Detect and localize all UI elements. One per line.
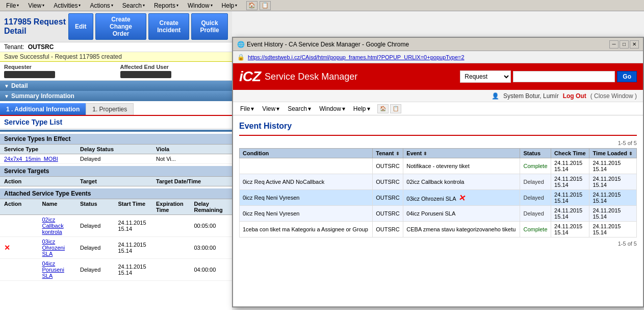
col-service-type: Service Type (2, 146, 78, 153)
requester-label: Requester (4, 64, 112, 70)
summary-label: Summary Information (11, 92, 74, 100)
eh-r4-status: Delayed (520, 206, 551, 222)
popup-content: Event History 1-5 of 5 Condition Tenant … (233, 115, 643, 253)
eh-r2-tenant: OUTSRC (373, 174, 403, 190)
popup-menu-icon-1[interactable]: 🏠 (377, 104, 389, 113)
eh-col-condition: Condition (240, 149, 373, 158)
eh-r5-condition: 1ceba con tiket ma Kategoriu a Assignee … (240, 222, 373, 237)
user-icon: 👤 (492, 92, 499, 100)
popup-menu-search[interactable]: Search ▾ (285, 104, 314, 113)
x-cross-icon: ✕ (458, 193, 466, 203)
popup-menu-help[interactable]: Help ▾ (350, 104, 373, 113)
popup-url[interactable]: https://sdtestweb.i.cz/CAisd/html/popup_… (248, 54, 465, 60)
affected-end-user-value (120, 71, 171, 78)
create-incident-button[interactable]: Create Incident (148, 13, 189, 40)
service-type-value[interactable]: 24x7x4_15min_MOBI (2, 155, 78, 162)
save-bar: Save Successful - Request 117985 created (0, 52, 232, 62)
tab-properties[interactable]: 1. Properties (86, 103, 134, 115)
ae-r3-expiration (154, 269, 192, 270)
brand-service-desk-name: Service Desk Manager (265, 71, 357, 82)
st-col-target-date: Target Date/Time (154, 178, 230, 185)
popup-menu-view[interactable]: View ▾ (259, 104, 282, 113)
popup-titlebar: 🌐 Event History - CA Service Desk Manage… (233, 38, 643, 51)
service-targets-table-header: Action Target Target Date/Time (0, 177, 232, 186)
viola-value: Not Vi... (154, 155, 230, 162)
create-change-order-button[interactable]: Create Change Order (95, 13, 147, 40)
ae-r3-start: 24.11.2015 15.14 (116, 263, 154, 276)
menu-help[interactable]: Help ▾ (218, 1, 242, 10)
pagination-bottom: 1-5 of 5 (239, 241, 637, 247)
event-history-table: Condition Tenant ⬍ Event ⬍ Status Check … (239, 148, 637, 237)
popup-menu-file[interactable]: File ▾ (237, 104, 257, 113)
summary-section-header[interactable]: ▼ Summary Information (0, 91, 232, 101)
menu-icon-1[interactable]: 🏠 (246, 1, 257, 10)
edit-button[interactable]: Edit (68, 13, 93, 40)
brand-icz-logo: iCZ (239, 68, 261, 85)
tab-row: 1 . Additional Information 1. Properties (0, 103, 232, 116)
menu-icon-2[interactable]: 📋 (260, 1, 271, 10)
tab-additional-info[interactable]: 1 . Additional Information (0, 103, 86, 115)
menu-file-arrow: ▾ (17, 3, 19, 8)
ae-col-expiration: Expiration Time (154, 200, 192, 213)
event-sort-icon: ⬍ (423, 151, 427, 156)
brand-search-input[interactable] (513, 71, 615, 82)
eh-r5-tenant: OUTSRC (373, 222, 403, 237)
popup-browser-icon: 🌐 (237, 41, 245, 48)
popup-logout-link[interactable]: Log Out (563, 92, 586, 100)
popup-window-controls: ─ □ ✕ (609, 40, 639, 49)
popup-menu-icon-group: 🏠 📋 (377, 104, 401, 113)
lock-icon: 🔒 (237, 54, 245, 61)
menu-activities-arrow: ▾ (79, 3, 81, 8)
popup-menu-bar: File ▾ View ▾ Search ▾ Window ▾ Help ▾ 🏠… (233, 102, 643, 115)
brand-go-button[interactable]: Go (617, 71, 637, 82)
eh-r2-check-time: 24.11.201515.14 (551, 174, 589, 190)
menu-reports[interactable]: Reports ▾ (150, 1, 183, 10)
eh-row-4: 0icz Req Neni Vyresen OUTSRC 04icz Porus… (240, 206, 637, 222)
popup-brand-bar: iCZ Service Desk Manager Request Go (233, 63, 643, 90)
tenant-bar: Tenant: OUTSRC (0, 42, 232, 52)
eh-r5-event: CEBA zmena stavu kategorizovaneho tiketu (403, 222, 520, 237)
menu-reports-arrow: ▾ (176, 3, 178, 8)
eh-r3-time-loaded: 24.11.201515.14 (589, 190, 637, 206)
eh-r1-status: Complete (520, 158, 551, 174)
quick-profile-button[interactable]: Quick Profile (191, 13, 228, 40)
eh-table-header-row: Condition Tenant ⬍ Event ⬍ Status Check … (240, 149, 637, 158)
popup-close-window-link[interactable]: ( Close Window ) (590, 92, 637, 100)
ae-row-2: ✕ 03icz Ohrozeni SLA Delayed 24.11.2015 … (0, 237, 232, 259)
popup-close-button[interactable]: ✕ (630, 40, 639, 49)
eh-r3-condition: 0icz Req Neni Vyresen (240, 190, 373, 206)
eh-r4-event: 04icz Poruseni SLA (403, 206, 520, 222)
ae-r3-status: Delayed (78, 266, 116, 273)
menu-window[interactable]: Window ▾ (184, 1, 217, 10)
ae-r1-name[interactable]: 02icz Callback kontrola (40, 216, 79, 235)
menu-activities[interactable]: Activities ▾ (49, 1, 85, 10)
ae-col-delay-remaining: Delay Remaining (192, 200, 230, 213)
time-loaded-sort-icon: ⬍ (629, 151, 633, 156)
eh-r4-time-loaded: 24.11.201515.14 (589, 206, 637, 222)
service-type-title: Service Type List (0, 116, 232, 129)
save-message: Save Successful - Request 117985 created (4, 53, 122, 60)
menu-view[interactable]: View ▾ (24, 1, 48, 10)
menu-window-arrow: ▾ (211, 3, 213, 8)
ae-r2-name[interactable]: 03icz Ohrozeni SLA (40, 238, 79, 257)
eh-row-1: OUTSRC Notifikace - otevreny tiket Compl… (240, 158, 637, 174)
attached-events-table-header: Action Name Status Start Time Expiration… (0, 199, 232, 215)
popup-window: 🌐 Event History - CA Service Desk Manage… (232, 37, 644, 307)
detail-section-header[interactable]: ▼ Detail (0, 81, 232, 91)
eh-r3-check-time: 24.11.201515.14 (551, 190, 589, 206)
popup-menu-icon-2[interactable]: 📋 (390, 104, 401, 113)
popup-minimize-button[interactable]: ─ (609, 40, 619, 49)
ae-r1-start: 24.11.2015 15.14 (116, 219, 154, 232)
menu-search[interactable]: Search ▾ (118, 1, 149, 10)
ae-col-name: Name (40, 200, 79, 213)
tenant-value: OUTSRC (28, 43, 54, 51)
popup-maximize-button[interactable]: □ (620, 40, 629, 49)
delay-status-value: Delayed (78, 155, 154, 162)
brand-search-type-select[interactable]: Request (460, 70, 511, 83)
eh-r5-status: Complete (520, 222, 551, 237)
ae-r3-name[interactable]: 04icz Poruseni SLA (40, 260, 79, 279)
eh-r5-check-time: 24.11.201515.14 (551, 222, 589, 237)
popup-menu-window[interactable]: Window ▾ (316, 104, 348, 113)
menu-actions[interactable]: Actions ▾ (86, 1, 117, 10)
menu-file[interactable]: File ▾ (2, 1, 23, 10)
